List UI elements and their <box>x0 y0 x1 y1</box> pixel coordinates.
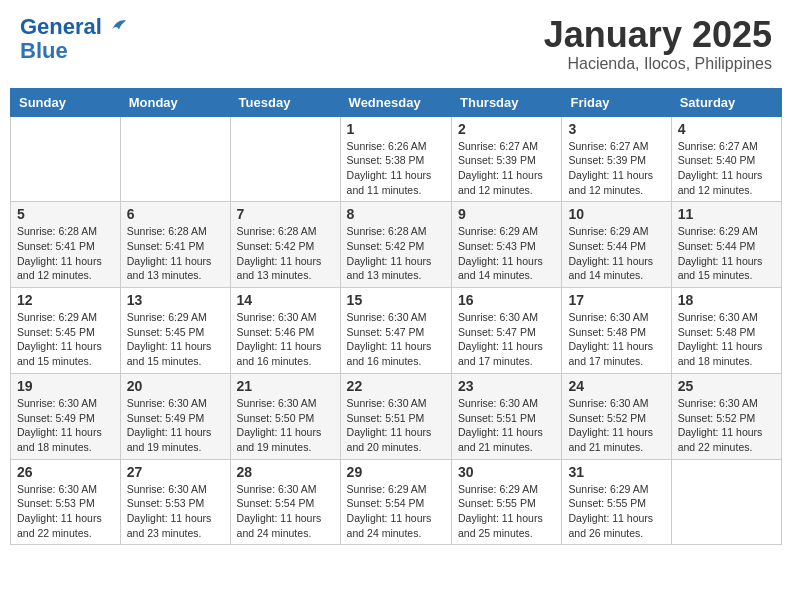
day-number: 9 <box>458 206 555 222</box>
calendar-cell: 3Sunrise: 6:27 AMSunset: 5:39 PMDaylight… <box>562 116 671 202</box>
day-info: Sunrise: 6:29 AMSunset: 5:44 PMDaylight:… <box>568 224 664 283</box>
day-info: Sunrise: 6:30 AMSunset: 5:51 PMDaylight:… <box>347 396 445 455</box>
day-info: Sunrise: 6:27 AMSunset: 5:39 PMDaylight:… <box>458 139 555 198</box>
day-info: Sunrise: 6:28 AMSunset: 5:41 PMDaylight:… <box>127 224 224 283</box>
calendar-cell: 20Sunrise: 6:30 AMSunset: 5:49 PMDayligh… <box>120 373 230 459</box>
day-info: Sunrise: 6:29 AMSunset: 5:43 PMDaylight:… <box>458 224 555 283</box>
day-info: Sunrise: 6:28 AMSunset: 5:41 PMDaylight:… <box>17 224 114 283</box>
day-info: Sunrise: 6:30 AMSunset: 5:50 PMDaylight:… <box>237 396 334 455</box>
day-number: 17 <box>568 292 664 308</box>
day-number: 6 <box>127 206 224 222</box>
day-info: Sunrise: 6:30 AMSunset: 5:53 PMDaylight:… <box>127 482 224 541</box>
day-number: 16 <box>458 292 555 308</box>
calendar-cell <box>230 116 340 202</box>
calendar-cell: 4Sunrise: 6:27 AMSunset: 5:40 PMDaylight… <box>671 116 781 202</box>
day-info: Sunrise: 6:29 AMSunset: 5:45 PMDaylight:… <box>127 310 224 369</box>
calendar-cell: 16Sunrise: 6:30 AMSunset: 5:47 PMDayligh… <box>452 288 562 374</box>
day-number: 3 <box>568 121 664 137</box>
day-number: 29 <box>347 464 445 480</box>
day-info: Sunrise: 6:29 AMSunset: 5:54 PMDaylight:… <box>347 482 445 541</box>
day-number: 21 <box>237 378 334 394</box>
weekday-header-friday: Friday <box>562 88 671 116</box>
calendar-cell: 19Sunrise: 6:30 AMSunset: 5:49 PMDayligh… <box>11 373 121 459</box>
day-info: Sunrise: 6:30 AMSunset: 5:49 PMDaylight:… <box>127 396 224 455</box>
calendar-cell <box>11 116 121 202</box>
calendar-cell: 22Sunrise: 6:30 AMSunset: 5:51 PMDayligh… <box>340 373 451 459</box>
day-info: Sunrise: 6:28 AMSunset: 5:42 PMDaylight:… <box>237 224 334 283</box>
calendar-cell: 14Sunrise: 6:30 AMSunset: 5:46 PMDayligh… <box>230 288 340 374</box>
title-block: January 2025 Hacienda, Ilocos, Philippin… <box>544 15 772 73</box>
calendar-week-2: 5Sunrise: 6:28 AMSunset: 5:41 PMDaylight… <box>11 202 782 288</box>
day-info: Sunrise: 6:30 AMSunset: 5:48 PMDaylight:… <box>568 310 664 369</box>
day-number: 27 <box>127 464 224 480</box>
day-info: Sunrise: 6:30 AMSunset: 5:48 PMDaylight:… <box>678 310 775 369</box>
day-info: Sunrise: 6:30 AMSunset: 5:49 PMDaylight:… <box>17 396 114 455</box>
calendar-cell: 2Sunrise: 6:27 AMSunset: 5:39 PMDaylight… <box>452 116 562 202</box>
day-info: Sunrise: 6:30 AMSunset: 5:52 PMDaylight:… <box>678 396 775 455</box>
weekday-header-tuesday: Tuesday <box>230 88 340 116</box>
calendar-cell: 15Sunrise: 6:30 AMSunset: 5:47 PMDayligh… <box>340 288 451 374</box>
logo-bird-icon <box>110 16 128 34</box>
calendar-week-4: 19Sunrise: 6:30 AMSunset: 5:49 PMDayligh… <box>11 373 782 459</box>
calendar-cell: 13Sunrise: 6:29 AMSunset: 5:45 PMDayligh… <box>120 288 230 374</box>
day-info: Sunrise: 6:29 AMSunset: 5:55 PMDaylight:… <box>458 482 555 541</box>
calendar-cell: 21Sunrise: 6:30 AMSunset: 5:50 PMDayligh… <box>230 373 340 459</box>
day-info: Sunrise: 6:26 AMSunset: 5:38 PMDaylight:… <box>347 139 445 198</box>
calendar-cell: 24Sunrise: 6:30 AMSunset: 5:52 PMDayligh… <box>562 373 671 459</box>
day-number: 15 <box>347 292 445 308</box>
day-info: Sunrise: 6:29 AMSunset: 5:45 PMDaylight:… <box>17 310 114 369</box>
page-header: General Blue January 2025 Hacienda, Iloc… <box>10 10 782 78</box>
day-number: 5 <box>17 206 114 222</box>
calendar-cell: 18Sunrise: 6:30 AMSunset: 5:48 PMDayligh… <box>671 288 781 374</box>
day-number: 2 <box>458 121 555 137</box>
calendar-cell: 7Sunrise: 6:28 AMSunset: 5:42 PMDaylight… <box>230 202 340 288</box>
day-info: Sunrise: 6:30 AMSunset: 5:53 PMDaylight:… <box>17 482 114 541</box>
calendar-cell: 8Sunrise: 6:28 AMSunset: 5:42 PMDaylight… <box>340 202 451 288</box>
weekday-header-thursday: Thursday <box>452 88 562 116</box>
day-number: 28 <box>237 464 334 480</box>
day-info: Sunrise: 6:30 AMSunset: 5:47 PMDaylight:… <box>347 310 445 369</box>
day-number: 4 <box>678 121 775 137</box>
day-number: 20 <box>127 378 224 394</box>
day-number: 19 <box>17 378 114 394</box>
logo-general: General <box>20 14 102 39</box>
day-info: Sunrise: 6:29 AMSunset: 5:44 PMDaylight:… <box>678 224 775 283</box>
calendar-cell: 26Sunrise: 6:30 AMSunset: 5:53 PMDayligh… <box>11 459 121 545</box>
calendar-cell: 29Sunrise: 6:29 AMSunset: 5:54 PMDayligh… <box>340 459 451 545</box>
day-number: 11 <box>678 206 775 222</box>
day-number: 10 <box>568 206 664 222</box>
calendar-cell: 30Sunrise: 6:29 AMSunset: 5:55 PMDayligh… <box>452 459 562 545</box>
location-subtitle: Hacienda, Ilocos, Philippines <box>544 55 772 73</box>
weekday-header-wednesday: Wednesday <box>340 88 451 116</box>
calendar-cell: 17Sunrise: 6:30 AMSunset: 5:48 PMDayligh… <box>562 288 671 374</box>
day-number: 23 <box>458 378 555 394</box>
day-number: 31 <box>568 464 664 480</box>
day-number: 1 <box>347 121 445 137</box>
month-title: January 2025 <box>544 15 772 55</box>
calendar-cell: 9Sunrise: 6:29 AMSunset: 5:43 PMDaylight… <box>452 202 562 288</box>
day-info: Sunrise: 6:30 AMSunset: 5:46 PMDaylight:… <box>237 310 334 369</box>
logo: General Blue <box>20 15 128 63</box>
day-number: 22 <box>347 378 445 394</box>
calendar-cell: 12Sunrise: 6:29 AMSunset: 5:45 PMDayligh… <box>11 288 121 374</box>
calendar-cell: 5Sunrise: 6:28 AMSunset: 5:41 PMDaylight… <box>11 202 121 288</box>
calendar-cell: 23Sunrise: 6:30 AMSunset: 5:51 PMDayligh… <box>452 373 562 459</box>
day-number: 8 <box>347 206 445 222</box>
calendar-cell: 25Sunrise: 6:30 AMSunset: 5:52 PMDayligh… <box>671 373 781 459</box>
calendar-cell: 31Sunrise: 6:29 AMSunset: 5:55 PMDayligh… <box>562 459 671 545</box>
day-info: Sunrise: 6:30 AMSunset: 5:47 PMDaylight:… <box>458 310 555 369</box>
calendar-week-3: 12Sunrise: 6:29 AMSunset: 5:45 PMDayligh… <box>11 288 782 374</box>
calendar-table: SundayMondayTuesdayWednesdayThursdayFrid… <box>10 88 782 546</box>
day-info: Sunrise: 6:28 AMSunset: 5:42 PMDaylight:… <box>347 224 445 283</box>
calendar-cell: 28Sunrise: 6:30 AMSunset: 5:54 PMDayligh… <box>230 459 340 545</box>
day-number: 30 <box>458 464 555 480</box>
calendar-week-5: 26Sunrise: 6:30 AMSunset: 5:53 PMDayligh… <box>11 459 782 545</box>
day-info: Sunrise: 6:30 AMSunset: 5:52 PMDaylight:… <box>568 396 664 455</box>
calendar-cell: 10Sunrise: 6:29 AMSunset: 5:44 PMDayligh… <box>562 202 671 288</box>
day-info: Sunrise: 6:27 AMSunset: 5:40 PMDaylight:… <box>678 139 775 198</box>
calendar-cell: 6Sunrise: 6:28 AMSunset: 5:41 PMDaylight… <box>120 202 230 288</box>
day-info: Sunrise: 6:29 AMSunset: 5:55 PMDaylight:… <box>568 482 664 541</box>
day-number: 13 <box>127 292 224 308</box>
day-info: Sunrise: 6:30 AMSunset: 5:51 PMDaylight:… <box>458 396 555 455</box>
calendar-header-row: SundayMondayTuesdayWednesdayThursdayFrid… <box>11 88 782 116</box>
